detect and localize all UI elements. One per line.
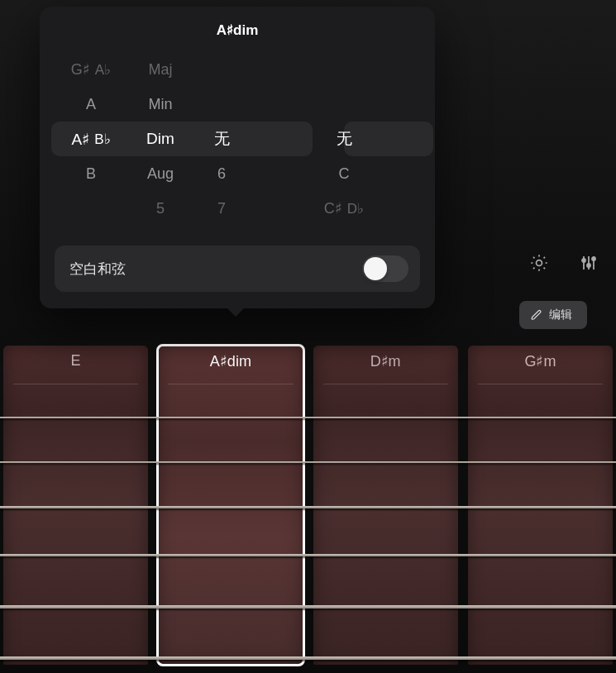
bass-option: 无 (299, 122, 389, 156)
chord-editor-popover: A♯dim G♯A♭ A A♯B♭ B Maj Min Dim Aug 5 无 … (40, 7, 435, 308)
blank-chord-toggle[interactable] (362, 255, 408, 282)
quality-option: Maj (131, 52, 190, 87)
chord-extension-picker[interactable]: 无 6 7 (190, 52, 253, 226)
chord-strip[interactable]: D♯m (313, 346, 458, 665)
chord-quality-picker[interactable]: Maj Min Dim Aug 5 (131, 52, 190, 226)
extension-option (190, 52, 253, 87)
focus-mode-icon[interactable] (524, 248, 554, 278)
edit-button-label: 编辑 (549, 308, 572, 322)
root-note-picker[interactable]: G♯A♭ A A♯B♭ B (51, 52, 131, 226)
chord-strip-name: A♯dim (158, 352, 303, 370)
blank-chord-row: 空白和弦 (55, 246, 420, 292)
chord-strip-name: E (3, 352, 148, 370)
popover-title: A♯dim (40, 21, 435, 39)
blank-chord-label: 空白和弦 (69, 260, 126, 279)
mixer-sliders-icon[interactable] (574, 248, 604, 278)
chord-strip-divider (478, 384, 603, 384)
quality-option: Min (131, 87, 190, 122)
bass-option (299, 52, 389, 87)
chord-strip-divider (168, 384, 293, 384)
quality-option: 5 (131, 191, 190, 226)
svg-point-6 (592, 257, 595, 260)
svg-point-4 (582, 259, 585, 262)
chord-strips-area: E A♯dim D♯m G♯m (0, 346, 616, 673)
edit-button[interactable]: 编辑 (519, 301, 587, 329)
root-option: B (51, 156, 131, 191)
chord-strip[interactable]: A♯dim (158, 346, 303, 665)
toggle-knob (364, 257, 387, 280)
bass-note-picker[interactable]: 无 C C♯D♭ (299, 52, 389, 226)
extension-option (190, 87, 253, 122)
extension-option: 7 (190, 191, 253, 226)
bass-option: C♯D♭ (299, 191, 389, 226)
chord-strip-divider (13, 384, 138, 384)
chord-strip-name: G♯m (468, 352, 613, 370)
pencil-icon (531, 309, 542, 321)
bass-option (299, 87, 389, 122)
chord-picker-area: G♯A♭ A A♯B♭ B Maj Min Dim Aug 5 无 6 7 无 … (40, 52, 435, 226)
quality-option: Dim (131, 122, 190, 156)
extension-option: 无 (190, 122, 253, 156)
root-option: G♯A♭ (51, 52, 131, 87)
root-option: A (51, 87, 131, 122)
extension-option: 6 (190, 156, 253, 191)
svg-point-0 (537, 260, 542, 266)
svg-point-5 (587, 264, 590, 267)
quality-option: Aug (131, 156, 190, 191)
chord-strip-name: D♯m (313, 352, 458, 370)
chord-strip[interactable]: E (3, 346, 148, 665)
bass-option: C (299, 156, 389, 191)
chord-strip[interactable]: G♯m (468, 346, 613, 665)
root-option (51, 191, 131, 226)
root-option: A♯B♭ (51, 122, 131, 156)
chord-strip-divider (323, 384, 448, 384)
